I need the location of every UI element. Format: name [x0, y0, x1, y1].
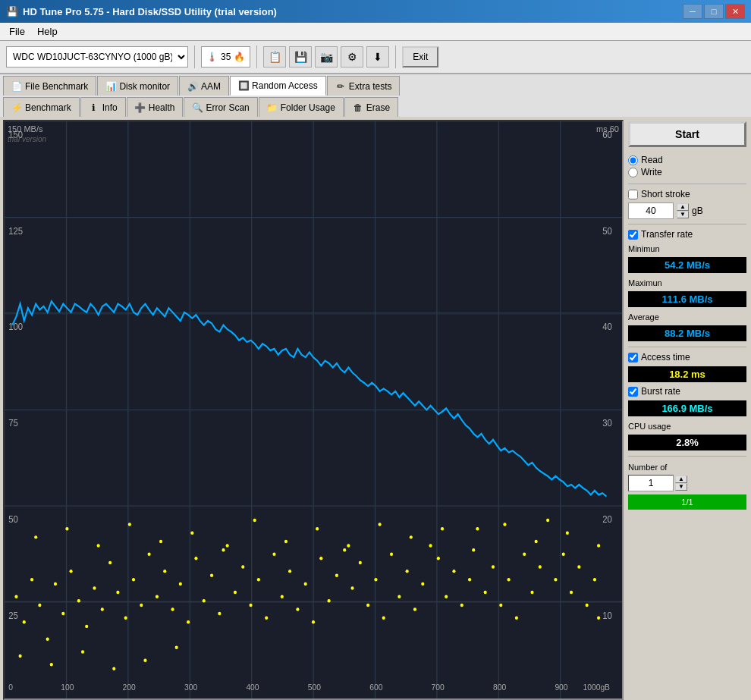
burst-rate-option[interactable]: Burst rate	[628, 386, 746, 397]
info-icon: ℹ	[89, 102, 99, 113]
svg-point-52	[116, 591, 119, 594]
svg-point-106	[539, 565, 542, 568]
svg-point-136	[81, 650, 84, 653]
svg-point-71	[265, 616, 268, 619]
camera-icon[interactable]: 📷	[315, 46, 338, 67]
access-time-checkbox[interactable]	[628, 353, 638, 363]
short-stroke-option[interactable]: Short stroke	[628, 189, 746, 199]
svg-point-128	[441, 527, 444, 530]
svg-point-49	[93, 586, 96, 589]
svg-point-39	[14, 595, 17, 598]
minimize-button[interactable]: ─	[683, 4, 702, 19]
tab-info[interactable]: ℹ Info	[80, 97, 126, 117]
tab-extra-tests[interactable]: ✏ Extra tests	[327, 76, 401, 96]
svg-point-96	[460, 604, 463, 607]
transfer-rate-checkbox[interactable]	[628, 230, 638, 240]
progress-bar: 1/1	[628, 494, 746, 510]
svg-point-81	[343, 548, 346, 551]
svg-point-76	[304, 582, 307, 585]
svg-point-85	[374, 578, 377, 581]
access-time-option[interactable]: Access time	[628, 352, 746, 363]
copy-icon[interactable]: 📋	[263, 46, 286, 67]
short-stroke-checkbox[interactable]	[628, 190, 638, 199]
tab-folder-usage[interactable]: 📁 Folder Usage	[259, 97, 344, 117]
short-stroke-up[interactable]: ▲	[677, 203, 689, 211]
svg-point-43	[46, 637, 49, 640]
svg-point-115	[34, 535, 37, 538]
right-panel: Start Read Write Short stroke ▲ ▼ gB	[627, 120, 748, 700]
window-controls: ─ □ ✕	[683, 4, 745, 19]
svg-point-51	[108, 561, 112, 564]
tab-erase[interactable]: 🗑 Erase	[344, 97, 398, 117]
svg-point-113	[593, 578, 596, 581]
transfer-rate-option[interactable]: Transfer rate	[628, 229, 746, 240]
svg-text:50: 50	[602, 225, 612, 237]
short-stroke-value-row: ▲ ▼ gB	[628, 202, 746, 219]
write-option[interactable]: Write	[628, 167, 746, 177]
read-radio[interactable]	[628, 155, 638, 165]
chart-svg: 150 125 100 75 50 25 60 50 40 30 20 10 0…	[5, 121, 622, 698]
save-icon[interactable]: 💾	[289, 46, 312, 67]
health-icon: ➕	[135, 102, 146, 113]
y-axis-label: 150 MB/s	[8, 124, 42, 133]
svg-point-91	[421, 582, 424, 585]
svg-point-73	[281, 595, 284, 598]
download-icon[interactable]: ⬇	[366, 46, 389, 67]
write-radio[interactable]	[628, 168, 638, 177]
svg-point-92	[429, 544, 432, 547]
short-stroke-down[interactable]: ▼	[677, 211, 689, 218]
burst-rate-checkbox[interactable]	[628, 387, 638, 397]
y-axis-right-label: ms 60	[596, 124, 619, 133]
svg-point-89	[406, 570, 409, 573]
title-bar: 💾 HD Tune Pro 5.75 - Hard Disk/SSD Utili…	[0, 0, 751, 23]
svg-point-83	[359, 561, 362, 564]
number-of-input[interactable]	[628, 475, 674, 491]
divider-3	[628, 347, 746, 347]
tab-error-scan[interactable]: 🔍 Error Scan	[184, 97, 257, 117]
svg-point-101	[499, 604, 502, 607]
maximize-button[interactable]: □	[704, 4, 724, 19]
svg-point-119	[159, 540, 162, 543]
close-button[interactable]: ✕	[725, 4, 745, 19]
watermark: trial version	[8, 135, 46, 143]
number-of-label: Number of	[628, 463, 746, 472]
tab-aam[interactable]: 🔊 AAM	[179, 76, 229, 96]
svg-point-102	[507, 578, 511, 581]
tab-health[interactable]: ➕ Health	[127, 97, 184, 117]
random-access-icon: 🔲	[238, 80, 249, 91]
svg-point-122	[253, 519, 256, 522]
tab-row-1: 📄 File Benchmark 📊 Disk monitor 🔊 AAM 🔲 …	[0, 74, 751, 96]
tab-random-access[interactable]: 🔲 Random Access	[230, 76, 326, 96]
disk-selector[interactable]: WDC WD10JUCT-63CYNYO (1000 gB)	[6, 46, 188, 67]
exit-button[interactable]: Exit	[402, 46, 438, 67]
svg-point-87	[390, 553, 393, 556]
error-scan-icon: 🔍	[192, 102, 203, 113]
cpu-usage-label: CPU usage	[628, 422, 746, 431]
svg-point-56	[148, 553, 151, 556]
svg-point-84	[366, 604, 369, 607]
svg-point-60	[179, 582, 182, 585]
read-write-group: Read Write	[628, 153, 746, 179]
temperature-icon2: 🔥	[234, 52, 245, 62]
short-stroke-input[interactable]	[628, 202, 674, 219]
file-menu[interactable]: File	[3, 24, 31, 39]
number-of-up[interactable]: ▲	[675, 476, 687, 483]
settings-icon[interactable]: ⚙	[341, 46, 363, 67]
start-button[interactable]: Start	[628, 121, 746, 147]
svg-point-70	[257, 578, 260, 581]
help-menu[interactable]: Help	[31, 24, 64, 39]
aam-icon: 🔊	[187, 81, 198, 92]
svg-point-93	[437, 557, 440, 560]
read-option[interactable]: Read	[628, 155, 746, 165]
svg-point-126	[379, 523, 382, 526]
tab-disk-monitor[interactable]: 📊 Disk monitor	[97, 76, 178, 96]
tab-file-benchmark[interactable]: 📄 File Benchmark	[3, 76, 96, 96]
svg-point-134	[19, 654, 22, 658]
svg-point-42	[38, 604, 41, 607]
toolbar: WDC WD10JUCT-63CYNYO (1000 gB) 🌡️ 35 🔥 📋…	[0, 41, 751, 74]
number-of-down[interactable]: ▼	[675, 483, 687, 491]
window-title: 💾 HD Tune Pro 5.75 - Hard Disk/SSD Utili…	[6, 6, 277, 17]
svg-text:900: 900	[555, 682, 567, 691]
svg-point-66	[226, 544, 229, 547]
tab-benchmark[interactable]: ⚡ Benchmark	[3, 97, 80, 117]
